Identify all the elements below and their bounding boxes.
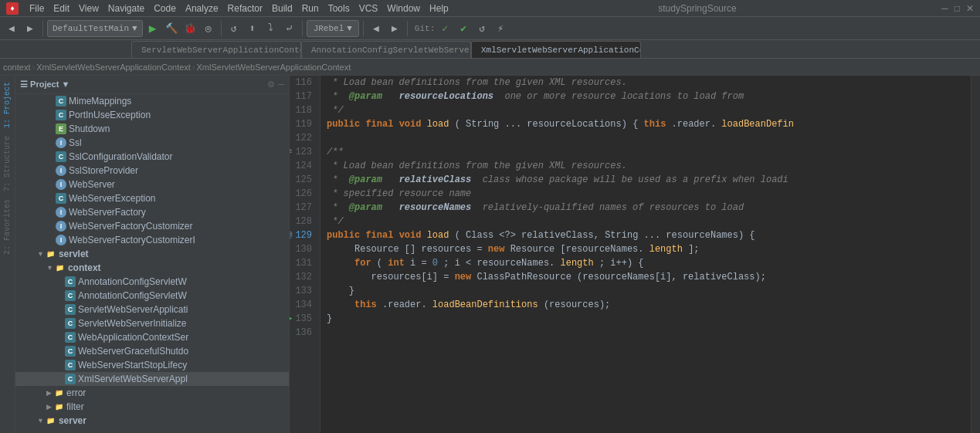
tree-item-label: WebApplicationContextSer	[78, 332, 188, 343]
breadcrumb-part-1[interactable]: XmlServletWebServerApplicationContext	[36, 63, 191, 72]
line-117: 117	[290, 90, 315, 103]
tree-item-label: WebServerFactory	[69, 207, 146, 218]
minus-icon[interactable]: ─	[278, 79, 284, 90]
project-panel: ☰ Project ▼ ⚙ ─ C MimeMappings C PortInU…	[15, 76, 290, 433]
tab-annotation-config[interactable]: AnnotationConfigServletWebServerApplicat…	[301, 41, 471, 58]
build-button[interactable]: 🔨	[163, 20, 180, 37]
update-button[interactable]: ⬆	[244, 20, 261, 37]
sidebar-tab-structure[interactable]: 7: Structure	[2, 133, 13, 195]
tree-item-servlet[interactable]: ▼ 📁 servlet	[15, 247, 289, 261]
run-config-label: DefaultTestMain	[53, 24, 129, 33]
project-panel-icons: ⚙ ─	[267, 79, 284, 90]
line-134: 134	[290, 298, 315, 312]
tab-xml-servlet[interactable]: XmlServletWebServerApplicationContext ✕	[471, 41, 641, 58]
tree-item-label: PortInUseException	[69, 110, 151, 120]
expand-arrow-icon: ▶	[46, 403, 52, 411]
menu-vcs[interactable]: VCS	[354, 2, 383, 15]
tree-item-shutdown[interactable]: E Shutdown	[15, 122, 289, 136]
menu-window[interactable]: Window	[382, 2, 425, 15]
menu-refactor[interactable]: Refactor	[223, 2, 267, 15]
code-editor[interactable]: * Load bean definitions from the given X…	[320, 76, 971, 433]
tree-item-servletwebserver[interactable]: C ServletWebServerApplicati	[15, 303, 289, 316]
debug-button[interactable]: 🐞	[181, 20, 198, 37]
sidebar-tab-favorites[interactable]: 2: Favorites	[2, 196, 13, 258]
code-line-124: * Load bean definitions from the given X…	[327, 159, 965, 173]
tree-item-annotationconfig1[interactable]: C AnnotationConfigServletW	[15, 275, 289, 289]
step-into-button[interactable]: ⤶	[281, 20, 298, 37]
back-button[interactable]: ◀	[3, 20, 20, 37]
tree-item-server[interactable]: ▼ 📁 server	[15, 414, 289, 428]
tree-item-label: MimeMappings	[69, 96, 131, 107]
menu-view[interactable]: View	[74, 2, 103, 15]
code-line-123: /**	[327, 145, 965, 159]
tree-item-sslconfigvalidator[interactable]: C SslConfigurationValidator	[15, 150, 289, 164]
menu-run[interactable]: Run	[297, 2, 324, 15]
tree-item-webserverexception[interactable]: C WebServerException	[15, 191, 289, 205]
tree-item-mimemappings[interactable]: C MimeMappings	[15, 94, 289, 108]
tree-item-webserverfactorycustomizer2[interactable]: I WebServerFactoryCustomizerI	[15, 233, 289, 247]
line-132: 132	[290, 270, 315, 284]
jrebel-button[interactable]: JRebel ▼	[307, 20, 359, 37]
tree-item-webserver[interactable]: I WebServer	[15, 178, 289, 191]
tree-item-servletweb-init[interactable]: C ServletWebServerInitialize	[15, 316, 289, 330]
tree-item-ssl[interactable]: I Ssl	[15, 136, 289, 150]
git-history-button[interactable]: ↺	[473, 20, 490, 37]
step-over-button[interactable]: ⤵	[263, 20, 280, 37]
menu-navigate[interactable]: Navigate	[103, 2, 149, 15]
prev-change-button[interactable]: ◀	[368, 20, 385, 37]
tree-item-gracefulshutdown[interactable]: C WebServerGracefulShutdo	[15, 344, 289, 358]
project-panel-header: ☰ Project ▼ ⚙ ─	[15, 76, 289, 94]
tree-item-xmlservlet[interactable]: C XmlServletWebServerAppl	[15, 372, 289, 386]
run-button[interactable]: ▶	[144, 20, 161, 37]
tree-item-label: WebServerFactoryCustomizer	[69, 221, 193, 232]
tree-item-webappcontext[interactable]: C WebApplicationContextSer	[15, 330, 289, 344]
code-line-136	[327, 326, 965, 340]
code-line-135: }	[327, 312, 965, 326]
code-line-128: */	[327, 215, 965, 228]
tree-item-webserverfactory[interactable]: I WebServerFactory	[15, 205, 289, 219]
sidebar-tab-project[interactable]: 1: Project	[2, 79, 13, 131]
tree-item-filter[interactable]: ▶ 📁 filter	[15, 400, 289, 414]
toolbar-separator-1	[42, 21, 43, 36]
class-icon: C	[56, 193, 66, 204]
tree-item-error[interactable]: ▶ 📁 error	[15, 386, 289, 400]
menu-edit[interactable]: Edit	[49, 2, 74, 15]
tree-item-label: WebServer	[69, 179, 115, 190]
menu-file[interactable]: File	[25, 2, 49, 15]
expand-arrow-icon: ▶	[46, 389, 52, 397]
revert-button[interactable]: ↺	[226, 20, 242, 37]
main-content: 1: Project 7: Structure 2: Favorites ☰ P…	[0, 76, 980, 433]
tree-item-sslstoreprovider[interactable]: I SslStoreProvider	[15, 164, 289, 178]
menu-build[interactable]: Build	[267, 2, 297, 15]
right-gutter	[971, 76, 980, 433]
line-122: 122	[290, 131, 315, 145]
toolbar: ◀ ▶ DefaultTestMain ▼ ▶ 🔨 🐞 ◎ ↺ ⬆ ⤵ ⤶ JR…	[0, 17, 980, 40]
tree-item-annotationconfig2[interactable]: C AnnotationConfigServletW	[15, 289, 289, 303]
line-128: 128	[290, 215, 315, 228]
run-config-dropdown[interactable]: DefaultTestMain ▼	[47, 20, 143, 37]
menu-help[interactable]: Help	[425, 2, 453, 15]
tree-item-webserverfactorycustomizer[interactable]: I WebServerFactoryCustomizer	[15, 219, 289, 233]
tree-item-label: SslConfigurationValidator	[69, 151, 173, 162]
editor-area: 116 117 118 119 122 ≡ 123 124 125 126 12…	[290, 76, 980, 433]
forward-button[interactable]: ▶	[22, 20, 39, 37]
tree-item-context[interactable]: ▼ 📁 context	[15, 261, 289, 275]
coverage-button[interactable]: ◎	[200, 20, 217, 37]
menu-code[interactable]: Code	[149, 2, 181, 15]
tree-item-portinuseexception[interactable]: C PortInUseException	[15, 108, 289, 122]
line-118: 118	[290, 103, 315, 117]
menu-tools[interactable]: Tools	[324, 2, 354, 15]
tab-servlet-web-server[interactable]: ServletWebServerApplicationContext.java …	[131, 41, 301, 58]
gear-icon[interactable]: ⚙	[267, 79, 275, 90]
breadcrumb-part-0[interactable]: context	[3, 63, 30, 72]
breadcrumb-part-2[interactable]: XmlServletWebServerApplicationContext	[197, 63, 351, 72]
git-diff-button[interactable]: ⚡	[492, 20, 509, 37]
next-change-button[interactable]: ▶	[386, 20, 403, 37]
menu-analyze[interactable]: Analyze	[181, 2, 223, 15]
tree-item-startstop[interactable]: C WebServerStartStopLifecy	[15, 358, 289, 372]
code-line-118: */	[327, 103, 965, 117]
line-126: 126	[290, 187, 315, 201]
class-icon: C	[65, 304, 76, 315]
line-127: 127	[290, 201, 315, 215]
code-line-122	[327, 131, 965, 145]
